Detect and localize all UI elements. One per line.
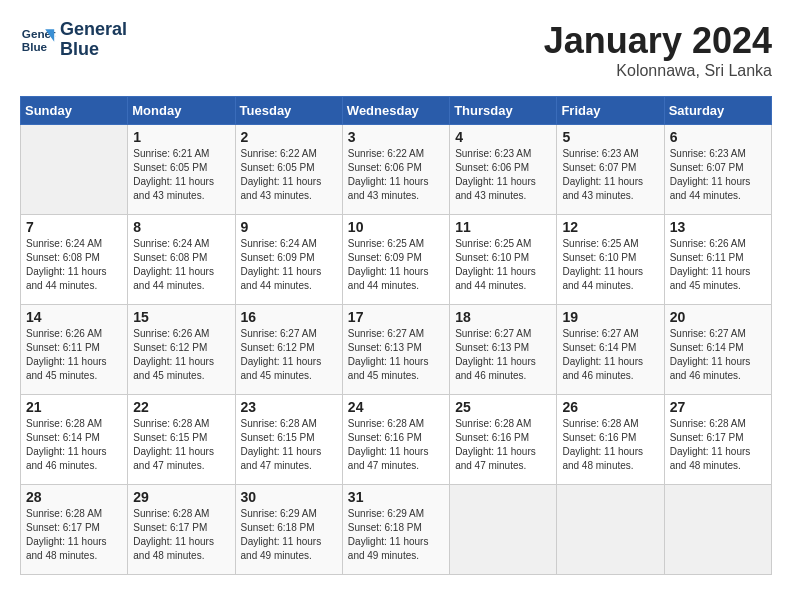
sunrise-label: Sunrise: 6:28 AM: [562, 418, 638, 429]
day-number: 27: [670, 399, 766, 415]
svg-text:Blue: Blue: [22, 40, 48, 53]
daylight-label: Daylight: 11 hours and 43 minutes.: [455, 176, 536, 201]
calendar-cell: 9 Sunrise: 6:24 AM Sunset: 6:09 PM Dayli…: [235, 215, 342, 305]
day-number: 1: [133, 129, 229, 145]
sunset-label: Sunset: 6:08 PM: [133, 252, 207, 263]
day-number: 11: [455, 219, 551, 235]
day-number: 5: [562, 129, 658, 145]
calendar-cell: 19 Sunrise: 6:27 AM Sunset: 6:14 PM Dayl…: [557, 305, 664, 395]
day-number: 21: [26, 399, 122, 415]
sunrise-label: Sunrise: 6:27 AM: [241, 328, 317, 339]
calendar-week-row: 1 Sunrise: 6:21 AM Sunset: 6:05 PM Dayli…: [21, 125, 772, 215]
sunset-label: Sunset: 6:06 PM: [348, 162, 422, 173]
day-info: Sunrise: 6:28 AM Sunset: 6:16 PM Dayligh…: [455, 417, 551, 473]
day-info: Sunrise: 6:22 AM Sunset: 6:06 PM Dayligh…: [348, 147, 444, 203]
sunset-label: Sunset: 6:16 PM: [348, 432, 422, 443]
calendar-week-row: 21 Sunrise: 6:28 AM Sunset: 6:14 PM Dayl…: [21, 395, 772, 485]
day-number: 28: [26, 489, 122, 505]
sunrise-label: Sunrise: 6:21 AM: [133, 148, 209, 159]
calendar-table: SundayMondayTuesdayWednesdayThursdayFrid…: [20, 96, 772, 575]
daylight-label: Daylight: 11 hours and 45 minutes.: [241, 356, 322, 381]
calendar-header-row: SundayMondayTuesdayWednesdayThursdayFrid…: [21, 97, 772, 125]
sunset-label: Sunset: 6:15 PM: [241, 432, 315, 443]
daylight-label: Daylight: 11 hours and 45 minutes.: [670, 266, 751, 291]
daylight-label: Daylight: 11 hours and 43 minutes.: [133, 176, 214, 201]
day-number: 10: [348, 219, 444, 235]
day-info: Sunrise: 6:29 AM Sunset: 6:18 PM Dayligh…: [348, 507, 444, 563]
day-info: Sunrise: 6:28 AM Sunset: 6:17 PM Dayligh…: [133, 507, 229, 563]
logo: General Blue General Blue: [20, 20, 127, 60]
day-info: Sunrise: 6:27 AM Sunset: 6:13 PM Dayligh…: [455, 327, 551, 383]
daylight-label: Daylight: 11 hours and 45 minutes.: [26, 356, 107, 381]
day-info: Sunrise: 6:27 AM Sunset: 6:14 PM Dayligh…: [562, 327, 658, 383]
day-info: Sunrise: 6:26 AM Sunset: 6:11 PM Dayligh…: [26, 327, 122, 383]
sunrise-label: Sunrise: 6:25 AM: [455, 238, 531, 249]
calendar-cell: 7 Sunrise: 6:24 AM Sunset: 6:08 PM Dayli…: [21, 215, 128, 305]
day-number: 23: [241, 399, 337, 415]
day-info: Sunrise: 6:26 AM Sunset: 6:12 PM Dayligh…: [133, 327, 229, 383]
location: Kolonnawa, Sri Lanka: [544, 62, 772, 80]
sunset-label: Sunset: 6:12 PM: [241, 342, 315, 353]
day-info: Sunrise: 6:28 AM Sunset: 6:16 PM Dayligh…: [348, 417, 444, 473]
day-info: Sunrise: 6:25 AM Sunset: 6:10 PM Dayligh…: [455, 237, 551, 293]
calendar-cell: 6 Sunrise: 6:23 AM Sunset: 6:07 PM Dayli…: [664, 125, 771, 215]
day-info: Sunrise: 6:26 AM Sunset: 6:11 PM Dayligh…: [670, 237, 766, 293]
sunset-label: Sunset: 6:08 PM: [26, 252, 100, 263]
daylight-label: Daylight: 11 hours and 44 minutes.: [670, 176, 751, 201]
calendar-cell: 10 Sunrise: 6:25 AM Sunset: 6:09 PM Dayl…: [342, 215, 449, 305]
calendar-cell: 21 Sunrise: 6:28 AM Sunset: 6:14 PM Dayl…: [21, 395, 128, 485]
sunset-label: Sunset: 6:13 PM: [455, 342, 529, 353]
day-number: 29: [133, 489, 229, 505]
weekday-header: Monday: [128, 97, 235, 125]
day-number: 16: [241, 309, 337, 325]
day-number: 20: [670, 309, 766, 325]
sunrise-label: Sunrise: 6:29 AM: [348, 508, 424, 519]
sunrise-label: Sunrise: 6:27 AM: [562, 328, 638, 339]
daylight-label: Daylight: 11 hours and 43 minutes.: [348, 176, 429, 201]
calendar-cell: 25 Sunrise: 6:28 AM Sunset: 6:16 PM Dayl…: [450, 395, 557, 485]
day-info: Sunrise: 6:27 AM Sunset: 6:13 PM Dayligh…: [348, 327, 444, 383]
day-info: Sunrise: 6:23 AM Sunset: 6:07 PM Dayligh…: [670, 147, 766, 203]
day-info: Sunrise: 6:25 AM Sunset: 6:10 PM Dayligh…: [562, 237, 658, 293]
day-info: Sunrise: 6:28 AM Sunset: 6:14 PM Dayligh…: [26, 417, 122, 473]
day-number: 17: [348, 309, 444, 325]
day-info: Sunrise: 6:29 AM Sunset: 6:18 PM Dayligh…: [241, 507, 337, 563]
calendar-cell: 13 Sunrise: 6:26 AM Sunset: 6:11 PM Dayl…: [664, 215, 771, 305]
daylight-label: Daylight: 11 hours and 44 minutes.: [348, 266, 429, 291]
month-title: January 2024: [544, 20, 772, 62]
sunrise-label: Sunrise: 6:25 AM: [562, 238, 638, 249]
calendar-cell: 16 Sunrise: 6:27 AM Sunset: 6:12 PM Dayl…: [235, 305, 342, 395]
day-number: 7: [26, 219, 122, 235]
day-info: Sunrise: 6:21 AM Sunset: 6:05 PM Dayligh…: [133, 147, 229, 203]
day-info: Sunrise: 6:28 AM Sunset: 6:17 PM Dayligh…: [26, 507, 122, 563]
calendar-body: 1 Sunrise: 6:21 AM Sunset: 6:05 PM Dayli…: [21, 125, 772, 575]
sunrise-label: Sunrise: 6:26 AM: [670, 238, 746, 249]
day-number: 24: [348, 399, 444, 415]
sunrise-label: Sunrise: 6:26 AM: [133, 328, 209, 339]
sunrise-label: Sunrise: 6:26 AM: [26, 328, 102, 339]
sunrise-label: Sunrise: 6:28 AM: [133, 418, 209, 429]
sunrise-label: Sunrise: 6:28 AM: [670, 418, 746, 429]
title-block: January 2024 Kolonnawa, Sri Lanka: [544, 20, 772, 80]
day-number: 15: [133, 309, 229, 325]
daylight-label: Daylight: 11 hours and 43 minutes.: [562, 176, 643, 201]
day-number: 9: [241, 219, 337, 235]
day-number: 13: [670, 219, 766, 235]
calendar-cell: 15 Sunrise: 6:26 AM Sunset: 6:12 PM Dayl…: [128, 305, 235, 395]
calendar-week-row: 7 Sunrise: 6:24 AM Sunset: 6:08 PM Dayli…: [21, 215, 772, 305]
sunset-label: Sunset: 6:05 PM: [241, 162, 315, 173]
daylight-label: Daylight: 11 hours and 44 minutes.: [455, 266, 536, 291]
day-info: Sunrise: 6:24 AM Sunset: 6:09 PM Dayligh…: [241, 237, 337, 293]
day-number: 19: [562, 309, 658, 325]
logo-text-blue: Blue: [60, 40, 127, 60]
day-number: 8: [133, 219, 229, 235]
calendar-cell: [21, 125, 128, 215]
sunrise-label: Sunrise: 6:24 AM: [26, 238, 102, 249]
day-info: Sunrise: 6:27 AM Sunset: 6:12 PM Dayligh…: [241, 327, 337, 383]
sunset-label: Sunset: 6:18 PM: [348, 522, 422, 533]
sunset-label: Sunset: 6:16 PM: [562, 432, 636, 443]
day-number: 3: [348, 129, 444, 145]
sunrise-label: Sunrise: 6:24 AM: [133, 238, 209, 249]
sunrise-label: Sunrise: 6:24 AM: [241, 238, 317, 249]
calendar-cell: 14 Sunrise: 6:26 AM Sunset: 6:11 PM Dayl…: [21, 305, 128, 395]
